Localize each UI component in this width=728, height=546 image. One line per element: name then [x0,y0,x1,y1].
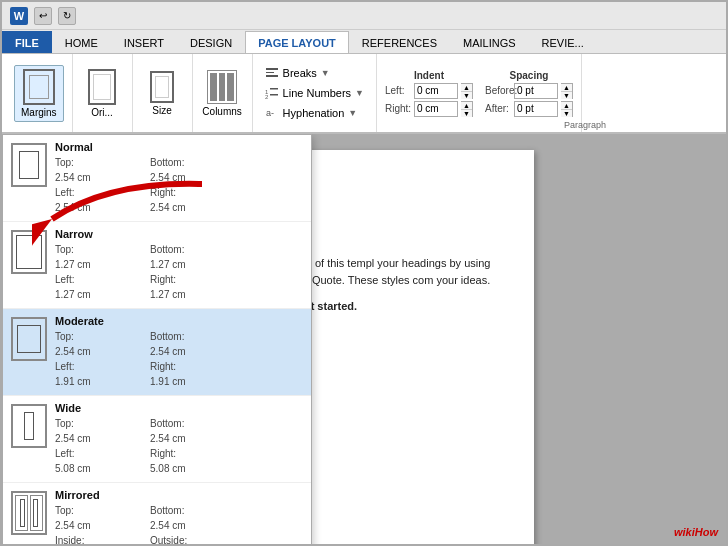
breaks-button[interactable]: Breaks ▼ [261,63,368,83]
svg-rect-6 [270,94,278,96]
hyphenation-button[interactable]: a- Hyphenation ▼ [261,103,368,123]
spacing-after-label: After: [485,103,511,114]
margin-moderate-name: Moderate [55,315,303,327]
margins-button[interactable]: Margins [14,65,64,122]
columns-label: Columns [202,106,241,117]
tab-design[interactable]: DESIGN [177,31,245,53]
margin-mirrored-name: Mirrored [55,489,303,501]
svg-text:2: 2 [265,94,269,100]
tab-mailings[interactable]: MAILINGS [450,31,529,53]
ribbon-tabs: FILE HOME INSERT DESIGN PAGE LAYOUT REFE… [2,30,726,54]
margin-item-mirrored[interactable]: Mirrored Top: 2.54 cmBottom:2.54 cm Insi… [3,483,311,544]
margin-preview-wide [11,404,47,448]
svg-rect-2 [266,75,278,77]
margin-wide-name: Wide [55,402,303,414]
spacing-before-label: Before: [485,85,511,96]
undo-button[interactable]: ↩ [34,7,52,25]
indent-right-row: Right: 0 cm ▲ ▼ [385,101,473,117]
margin-preview-narrow [11,230,47,274]
spacing-col: Spacing Before: 0 pt ▲ ▼ After: 0 pt [485,70,573,117]
size-button[interactable]: Size [150,71,174,116]
line-numbers-button[interactable]: 1 2 Line Numbers ▼ [261,83,368,103]
margin-item-wide[interactable]: Wide Top: 2.54 cmBottom:2.54 cm Left: 5.… [3,396,311,483]
svg-rect-1 [266,72,274,73]
size-label: Size [152,105,171,116]
indent-right-label: Right: [385,103,411,114]
margin-wide-details: Top: 2.54 cmBottom:2.54 cm Left: 5.08 cm… [55,416,303,476]
redo-button[interactable]: ↻ [58,7,76,25]
margin-moderate-details: Top: 2.54 cmBottom:2.54 cm Left: 1.91 cm… [55,329,303,389]
margin-normal-name: Normal [55,141,303,153]
hyphenation-icon: a- [265,106,279,120]
margin-normal-details: Top: 2.54 cmBottom:2.54 cm Left: 2.54 cm… [55,155,303,215]
columns-button[interactable]: Columns [202,70,241,117]
paragraph-section-label: Paragraph [564,120,606,130]
margin-narrow-name: Narrow [55,228,303,240]
indent-spacing-section: Indent Left: 0 cm ▲ ▼ Right: 0 cm [377,54,582,132]
line-numbers-icon: 1 2 [265,86,279,100]
title-bar: W ↩ ↻ [2,2,726,30]
spacing-before-up[interactable]: ▲ [561,84,572,92]
spacing-before-down[interactable]: ▼ [561,92,572,99]
indent-right-input[interactable]: 0 cm [414,101,458,117]
indent-right-down[interactable]: ▼ [461,110,472,117]
margin-narrow-text: Narrow Top: 1.27 cmBottom:1.27 cm Left: … [55,228,303,302]
spacing-after-input[interactable]: 0 pt [514,101,558,117]
margin-moderate-text: Moderate Top: 2.54 cmBottom:2.54 cm Left… [55,315,303,389]
indent-left-down[interactable]: ▼ [461,92,472,99]
spacing-label: Spacing [485,70,573,81]
indent-left-label: Left: [385,85,411,96]
margin-item-normal[interactable]: Normal Top: 2.54 cmBottom:2.54 cm Left: … [3,135,311,222]
indent-left-input[interactable]: 0 cm [414,83,458,99]
margin-mirrored-text: Mirrored Top: 2.54 cmBottom:2.54 cm Insi… [55,489,303,544]
margin-preview-moderate [11,317,47,361]
word-icon: W [10,7,28,25]
indent-left-up[interactable]: ▲ [461,84,472,92]
ribbon: Margins Ori... Size [2,54,726,134]
tab-page-layout[interactable]: PAGE LAYOUT [245,31,349,53]
spacing-after-up[interactable]: ▲ [561,102,572,110]
tab-references[interactable]: REFERENCES [349,31,450,53]
indent-right-spin[interactable]: ▲ ▼ [461,101,473,117]
orientation-section: Ori... [73,54,133,132]
spacing-before-spin[interactable]: ▲ ▼ [561,83,573,99]
spacing-before-row: Before: 0 pt ▲ ▼ [485,83,573,99]
columns-section: Columns [193,54,253,132]
size-section: Size [133,54,193,132]
tab-home[interactable]: HOME [52,31,111,53]
spacing-before-input[interactable]: 0 pt [514,83,558,99]
page-setup-section: Breaks ▼ 1 2 Line Numbers ▼ a- Hyphenati… [253,54,377,132]
wikihow-badge: wikiHow [674,526,718,538]
spacing-after-down[interactable]: ▼ [561,110,572,117]
orientation-button[interactable]: Ori... [88,69,116,118]
svg-text:a-: a- [266,108,274,118]
margins-dropdown: Normal Top: 2.54 cmBottom:2.54 cm Left: … [2,134,312,544]
spacing-after-row: After: 0 pt ▲ ▼ [485,101,573,117]
margin-item-moderate[interactable]: Moderate Top: 2.54 cmBottom:2.54 cm Left… [3,309,311,396]
margin-preview-normal [11,143,47,187]
margins-icon [23,69,55,105]
svg-rect-0 [266,68,278,70]
indent-left-spin[interactable]: ▲ ▼ [461,83,473,99]
margin-narrow-details: Top: 1.27 cmBottom:1.27 cm Left: 1.27 cm… [55,242,303,302]
margin-wide-text: Wide Top: 2.54 cmBottom:2.54 cm Left: 5.… [55,402,303,476]
indent-label: Indent [385,70,473,81]
margin-normal-text: Normal Top: 2.54 cmBottom:2.54 cm Left: … [55,141,303,215]
margin-mirrored-details: Top: 2.54 cmBottom:2.54 cm Inside: 3.18 … [55,503,303,544]
spacing-after-spin[interactable]: ▲ ▼ [561,101,573,117]
margins-section: Margins [6,54,73,132]
indent-left-row: Left: 0 cm ▲ ▼ [385,83,473,99]
indent-col: Indent Left: 0 cm ▲ ▼ Right: 0 cm [385,70,473,117]
margins-label: Margins [21,107,57,118]
svg-rect-4 [270,88,278,90]
main-area: Normal Top: 2.54 cmBottom:2.54 cm Left: … [2,134,726,544]
tab-insert[interactable]: INSERT [111,31,177,53]
app-window: W ↩ ↻ FILE HOME INSERT DESIGN PAGE LAYOU… [0,0,728,546]
tab-file[interactable]: FILE [2,31,52,53]
indent-right-up[interactable]: ▲ [461,102,472,110]
tab-review[interactable]: REVIE... [529,31,597,53]
margin-item-narrow[interactable]: Narrow Top: 1.27 cmBottom:1.27 cm Left: … [3,222,311,309]
orientation-label: Ori... [91,107,113,118]
margin-preview-mirrored [11,491,47,535]
breaks-icon [265,66,279,80]
